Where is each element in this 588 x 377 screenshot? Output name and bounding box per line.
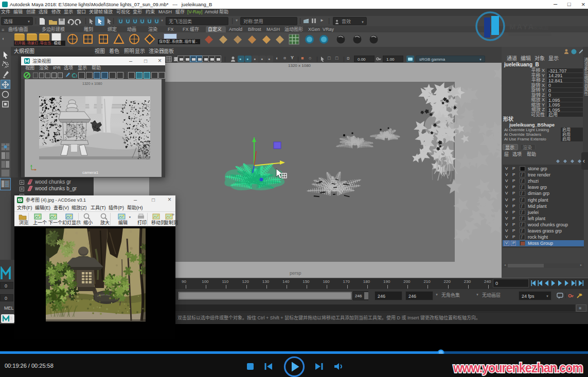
- svg-text:玻璃国: 玻璃国: [533, 24, 548, 30]
- svg-text:MAYA: MAYA: [509, 22, 534, 31]
